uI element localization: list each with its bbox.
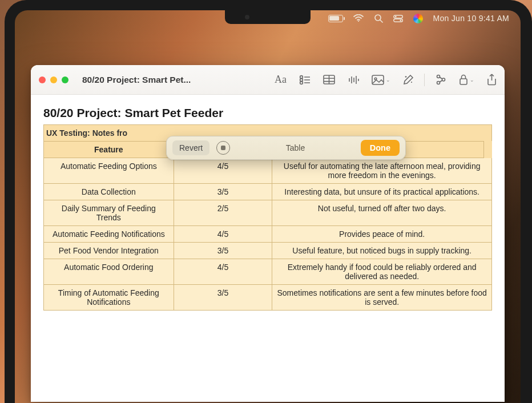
cell-rating[interactable]: 4/5 [174,226,272,243]
done-button[interactable]: Done [361,140,400,156]
cell-rating[interactable]: 4/5 [174,158,272,184]
cell-rating[interactable]: 2/5 [174,200,272,226]
cell-feature[interactable]: Automatic Food Ordering [44,259,174,285]
cell-comments[interactable]: Extremely handy if food could be reliabl… [272,259,492,285]
svg-line-2 [380,20,382,22]
table-row[interactable]: Daily Summary of Feeding Trends2/5Not us… [44,200,492,226]
cell-comments[interactable]: Useful feature, but noticed bugs in supp… [272,243,492,259]
battery-icon[interactable] [328,15,343,22]
cell-feature[interactable]: Pet Food Vendor Integration [44,243,174,259]
window-controls [39,76,68,83]
cell-comments[interactable]: Not useful, turned off after two days. [272,200,492,226]
table-row[interactable]: Automatic Feeding Notifications4/5Provid… [44,226,492,243]
link-button[interactable] [435,74,446,85]
cell-feature[interactable]: Data Collection [44,184,174,200]
titlebar: 80/20 Project: Smart Pet... Aa ⌄ [31,65,505,95]
svg-point-7 [300,75,303,78]
cell-rating[interactable]: 3/5 [174,243,272,259]
revert-button[interactable]: Revert [172,140,209,155]
share-button[interactable] [487,74,497,86]
wifi-icon[interactable] [353,14,364,22]
zoom-window-button[interactable] [62,76,68,83]
table-row[interactable]: Data Collection3/5Interesting data, but … [44,184,492,200]
minimize-window-button[interactable] [50,76,57,83]
audio-button[interactable] [348,75,359,85]
notes-window: 80/20 Project: Smart Pet... Aa ⌄ [31,65,505,402]
table-edit-popover: Revert Table Done [166,136,406,160]
cell-comments[interactable]: Sometimes notifications are sent a few m… [272,285,492,311]
document-title: 80/20 Project: Smart Pet Feeder [43,106,492,120]
window-title: 80/20 Project: Smart Pet... [82,75,191,85]
ux-table[interactable]: Feature Rating Comments Automatic Feedin… [43,141,492,311]
control-center-icon[interactable] [393,15,403,22]
table-row[interactable]: Timing of Automatic Feeding Notification… [44,285,492,311]
table-row[interactable]: Automatic Feeding Options4/5Useful for a… [44,158,492,184]
laptop-notch [225,10,311,24]
svg-point-9 [300,78,303,81]
cell-comments[interactable]: Interesting data, but unsure of its prac… [272,184,492,200]
cell-rating[interactable]: 3/5 [174,285,272,311]
stop-processing-button[interactable] [216,141,230,155]
writing-tools-button[interactable] [403,74,414,85]
svg-point-6 [400,19,401,21]
cell-comments[interactable]: Useful for automating the late afternoon… [272,158,492,184]
table-button[interactable] [323,75,335,84]
svg-line-28 [440,80,442,83]
cell-rating[interactable]: 4/5 [174,259,272,285]
svg-rect-29 [460,79,467,84]
popover-mode-label: Table [237,143,354,152]
table-row[interactable]: Automatic Food Ordering4/5Extremely hand… [44,259,492,285]
media-button[interactable]: ⌄ [372,75,390,85]
checklist-button[interactable] [299,75,311,85]
menubar-datetime[interactable]: Mon Jun 10 9:41 AM [433,14,509,23]
cell-feature[interactable]: Automatic Feeding Notifications [44,226,174,243]
svg-point-4 [394,15,396,17]
cell-rating[interactable]: 3/5 [174,184,272,200]
cell-feature[interactable]: Automatic Feeding Options [44,158,174,184]
lock-button[interactable]: ⌄ [459,74,474,85]
svg-point-0 [357,21,358,22]
siri-icon[interactable] [413,14,423,23]
close-window-button[interactable] [39,76,46,83]
svg-point-11 [300,81,303,84]
format-button[interactable]: Aa [275,74,287,86]
table-row[interactable]: Pet Food Vendor Integration3/5Useful fea… [44,243,492,259]
toolbar: Aa ⌄ [275,74,497,86]
cell-feature[interactable]: Daily Summary of Feeding Trends [44,200,174,226]
cell-comments[interactable]: Provides peace of mind. [272,226,492,243]
spotlight-icon[interactable] [374,14,383,23]
svg-line-27 [440,77,442,79]
cell-feature[interactable]: Timing of Automatic Feeding Notification… [44,285,174,311]
col-header-feature[interactable]: Feature [44,142,174,158]
toolbar-separator [424,74,425,86]
